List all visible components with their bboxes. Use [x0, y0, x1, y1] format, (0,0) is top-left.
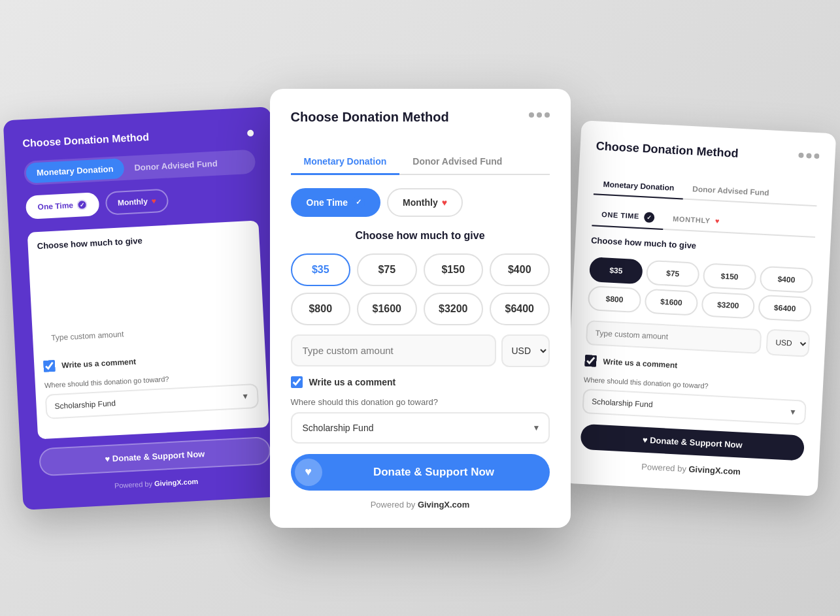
- left-amount-1600[interactable]: $1600: [93, 285, 145, 313]
- center-custom-amount-input[interactable]: [291, 334, 496, 366]
- center-tab-monetary[interactable]: Monetary Donation: [291, 150, 400, 175]
- center-amount-35[interactable]: $35: [291, 253, 351, 286]
- left-amount-75[interactable]: $75: [92, 257, 144, 284]
- left-custom-amount-row: USD EUR GBP: [41, 314, 256, 351]
- center-amount-6400[interactable]: $6400: [490, 293, 550, 325]
- left-freq-monthly[interactable]: Monthly ♥: [105, 188, 169, 215]
- center-freq-onetime[interactable]: One Time ✓: [291, 188, 381, 217]
- left-comment-row: Write us a comment: [43, 349, 256, 372]
- right-dropdown-wrapper: Scholarship Fund General Fund Emergency …: [582, 388, 807, 425]
- left-powered-by: Powered by GivingX.com: [41, 473, 272, 493]
- right-amount-6400[interactable]: $6400: [758, 294, 812, 321]
- center-freq-toggle: One Time ✓ Monthly ♥: [291, 188, 550, 217]
- right-freq-onetime[interactable]: ONE TIME ✓: [592, 204, 664, 230]
- right-dot-1: [798, 152, 803, 157]
- right-amount-35[interactable]: $35: [589, 257, 643, 284]
- center-dots-menu: [529, 112, 550, 118]
- left-brand: GivingX.com: [154, 477, 199, 487]
- left-amount-6400[interactable]: $6400: [202, 280, 254, 308]
- dot-2: [537, 112, 542, 118]
- left-onetime-check: ✓: [77, 199, 88, 210]
- right-comment-checkbox[interactable]: [584, 354, 597, 366]
- left-tab-daf[interactable]: Donor Advised Fund: [124, 152, 229, 178]
- dot-1: [529, 112, 534, 118]
- center-section-title: Choose how much to give: [291, 230, 550, 242]
- center-amount-75[interactable]: $75: [357, 253, 417, 286]
- center-amount-1600[interactable]: $1600: [357, 293, 417, 325]
- right-dot-3: [814, 153, 819, 158]
- right-comment-row: Write us a comment: [584, 354, 808, 378]
- center-dest-select[interactable]: Scholarship Fund General Fund Emergency …: [291, 412, 550, 444]
- center-comment-checkbox[interactable]: [291, 376, 303, 388]
- center-donate-button[interactable]: ♥ Donate & Support Now: [291, 454, 550, 491]
- left-white-section: Choose how much to give $35 $75 $150 $40…: [27, 220, 269, 439]
- right-amount-1600[interactable]: $1600: [644, 288, 698, 316]
- center-amount-400[interactable]: $400: [490, 253, 550, 286]
- center-card-title: Choose Donation Method: [291, 110, 550, 125]
- left-amount-35[interactable]: $35: [38, 260, 90, 287]
- center-dest-label: Where should this donation go toward?: [291, 397, 550, 407]
- right-currency-select[interactable]: USD EUR GBP: [765, 329, 810, 357]
- right-onetime-check: ✓: [644, 212, 655, 223]
- left-card-dot: [247, 129, 254, 137]
- center-tab-daf[interactable]: Donor Advised Fund: [399, 150, 515, 174]
- right-powered-by: Powered by GivingX.com: [579, 458, 803, 479]
- left-currency-select[interactable]: USD EUR GBP: [211, 314, 256, 342]
- card-right: Choose Donation Method Monetary Donation…: [563, 120, 837, 496]
- center-currency-select[interactable]: USD EUR GBP: [501, 334, 550, 367]
- left-monthly-heart: ♥: [152, 196, 157, 205]
- center-amount-grid: $35 $75 $150 $400 $800 $1600 $3200 $6400: [291, 253, 550, 325]
- left-amount-800[interactable]: $800: [39, 289, 91, 316]
- left-comment-label: Write us a comment: [61, 357, 136, 370]
- center-amount-800[interactable]: $800: [291, 293, 351, 325]
- right-custom-amount-input[interactable]: [586, 320, 762, 354]
- center-amount-3200[interactable]: $3200: [424, 293, 484, 325]
- card-center: Choose Donation Method Monetary Donation…: [270, 89, 571, 528]
- center-onetime-check: ✓: [352, 196, 365, 209]
- right-dots-menu: [798, 152, 819, 159]
- right-section-title: Choose how much to give: [591, 235, 815, 257]
- right-comment-label: Write us a comment: [603, 357, 677, 370]
- right-card-title: Choose Donation Method: [596, 139, 820, 165]
- center-donate-heart-icon: ♥: [295, 459, 322, 486]
- left-dropdown-wrapper: Scholarship Fund General Fund Emergency …: [45, 383, 260, 419]
- left-freq-onetime[interactable]: One Time ✓: [25, 192, 100, 219]
- center-custom-amount-row: USD EUR GBP: [291, 334, 550, 367]
- right-tab-daf[interactable]: Donor Advised Fund: [682, 178, 779, 203]
- left-amount-400[interactable]: $400: [201, 251, 252, 279]
- center-tab-switcher: Monetary Donation Donor Advised Fund: [291, 150, 550, 175]
- right-amount-800[interactable]: $800: [588, 285, 642, 313]
- left-comment-checkbox[interactable]: [43, 359, 56, 372]
- left-tab-monetary[interactable]: Monetary Donation: [25, 158, 124, 184]
- left-dest-select[interactable]: Scholarship Fund General Fund Emergency …: [45, 383, 260, 419]
- right-dest-select[interactable]: Scholarship Fund General Fund Emergency …: [582, 388, 807, 425]
- left-amount-150[interactable]: $150: [146, 254, 198, 282]
- center-amount-150[interactable]: $150: [424, 253, 484, 286]
- center-comment-row: Write us a comment: [291, 376, 550, 388]
- center-powered-by: Powered by GivingX.com: [291, 500, 550, 510]
- dot-3: [545, 112, 550, 118]
- right-tab-monetary[interactable]: Monetary Donation: [594, 174, 684, 199]
- right-donate-button[interactable]: ♥ Donate & Support Now: [580, 423, 805, 461]
- background-scene: Choose Donation Method Monetary Donation…: [0, 0, 840, 616]
- left-amount-grid: $35 $75 $150 $400 $800 $1600 $3200 $6400: [38, 251, 254, 316]
- right-freq-switcher: ONE TIME ✓ MONTHLY ♥: [592, 204, 816, 238]
- right-dot-2: [806, 153, 811, 158]
- left-section-title: Choose how much to give: [37, 230, 250, 251]
- left-amount-3200[interactable]: $3200: [148, 283, 199, 310]
- center-comment-label: Write us a comment: [309, 377, 396, 387]
- right-tab-switcher: Monetary Donation Donor Advised Fund: [594, 174, 818, 206]
- center-freq-monthly[interactable]: Monthly ♥: [387, 188, 463, 217]
- right-amount-75[interactable]: $75: [646, 259, 700, 287]
- right-amount-3200[interactable]: $3200: [701, 291, 755, 319]
- right-amount-400[interactable]: $400: [760, 265, 814, 293]
- card-left: Choose Donation Method Monetary Donation…: [3, 106, 292, 510]
- left-donate-button[interactable]: ♥ Donate & Support Now: [39, 436, 271, 476]
- right-amount-grid: $35 $75 $150 $400 $800 $1600 $3200 $6400: [588, 257, 814, 322]
- right-amount-150[interactable]: $150: [703, 263, 757, 290]
- left-freq-toggle: One Time ✓ Monthly ♥: [25, 184, 258, 219]
- left-custom-amount-input[interactable]: [41, 317, 207, 350]
- right-custom-amount-row: USD EUR GBP: [586, 319, 811, 357]
- right-brand: GivingX.com: [688, 464, 741, 476]
- right-freq-monthly[interactable]: MONTHLY ♥: [664, 207, 730, 231]
